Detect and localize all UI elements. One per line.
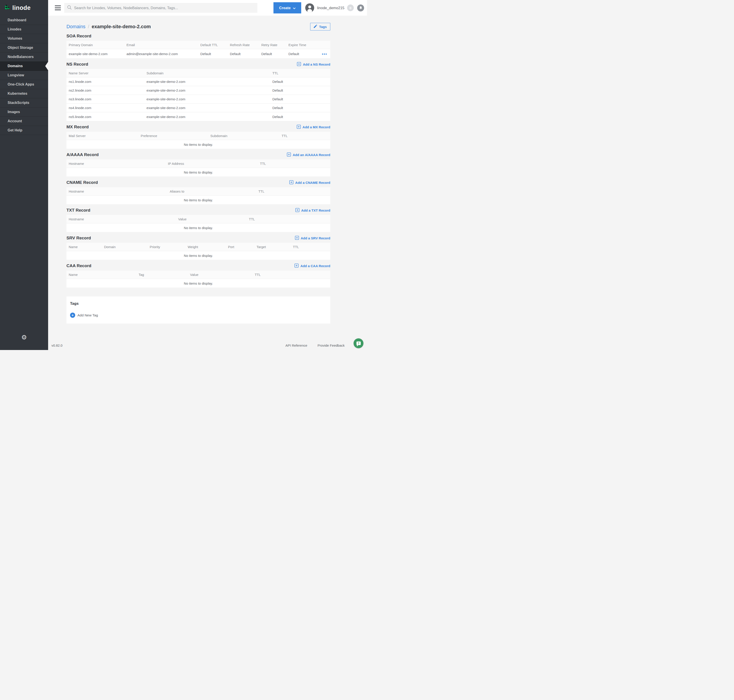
column-header: Port [226, 243, 254, 251]
add-ns-record-button[interactable]: Add a NS Record [297, 62, 330, 67]
column-header: TTL [252, 271, 330, 279]
a-record-section: A/AAAA Record Add an A/AAAA Record Hostn… [66, 152, 330, 176]
search-icon [67, 5, 72, 11]
actions-column-header [317, 41, 330, 49]
column-header: Subdomain [208, 132, 279, 140]
table-cell: Default [270, 95, 330, 103]
caa-record-section: CAA Record Add a CAA Record NameTagValue… [66, 263, 330, 288]
plus-box-icon [295, 263, 298, 268]
empty-state-text: No items to display. [66, 140, 330, 149]
notification-count-badge[interactable]: 0 [347, 4, 354, 11]
search-bar [64, 3, 257, 13]
sidebar-item-account[interactable]: Account [0, 117, 48, 126]
column-header: Mail Server [66, 132, 138, 140]
footer: v0.82.0 API Reference Provide Feedback [51, 344, 345, 347]
hamburger-menu-icon[interactable] [55, 5, 61, 10]
plus-circle-icon [70, 313, 75, 318]
add-txt-record-button[interactable]: Add a TXT Record [295, 208, 330, 213]
sidebar-item-stackscripts[interactable]: StackScripts [0, 98, 48, 107]
sidebar-item-images[interactable]: Images [0, 107, 48, 117]
column-header: Expire Time [286, 41, 317, 49]
column-header: Value [176, 215, 247, 223]
sidebar-item-kubernetes[interactable]: Kubernetes [0, 89, 48, 98]
add-caa-record-button[interactable]: Add a CAA Record [295, 263, 330, 268]
table-row: example-site-demo-2.comadmin@example-sit… [66, 49, 330, 58]
column-header: Weight [185, 243, 226, 251]
breadcrumb-domains-link[interactable]: Domains [66, 24, 85, 29]
sidebar-item-volumes[interactable]: Volumes [0, 34, 48, 43]
sidebar-item-dashboard[interactable]: Dashboard [0, 16, 48, 25]
api-reference-link[interactable]: API Reference [286, 344, 307, 347]
table-cell: Default [270, 86, 330, 95]
provide-feedback-link[interactable]: Provide Feedback [317, 344, 345, 347]
section-title: TXT Record [66, 208, 90, 213]
avatar[interactable] [305, 3, 314, 12]
table-cell: ns4.linode.com [66, 103, 144, 112]
table-row: ns4.linode.comexample-site-demo-2.comDef… [66, 103, 330, 112]
table-cell: ns5.linode.com [66, 112, 144, 121]
empty-state-text: No items to display. [66, 279, 330, 288]
column-header: TTL [258, 159, 330, 168]
column-header: TTL [256, 187, 330, 196]
column-header: TTL [291, 243, 330, 251]
table-cell: example-site-demo-2.com [144, 112, 270, 121]
column-header: Refresh Rate [228, 41, 259, 49]
table-row: ns3.linode.comexample-site-demo-2.comDef… [66, 95, 330, 103]
srv-record-section: SRV Record Add a SRV Record NameDomainPr… [66, 235, 330, 260]
mx-record-section: MX Record Add a MX Record Mail ServerPre… [66, 125, 330, 149]
edit-tags-button[interactable]: Tags [310, 23, 330, 31]
section-title: CNAME Record [66, 180, 98, 185]
table-cell: Default [198, 49, 228, 58]
linode-logo[interactable]: linode [0, 0, 48, 16]
add-cname-record-button[interactable]: Add a CNAME Record [289, 180, 330, 185]
table-cell: example-site-demo-2.com [144, 103, 270, 112]
column-header: Aliases to [167, 187, 256, 196]
page-content: Domains / example-site-demo-2.com Tags [66, 22, 330, 324]
record-table: Name ServerSubdomainTTL ns1.linode.comex… [66, 69, 330, 121]
add-srv-record-button[interactable]: Add a SRV Record [295, 236, 330, 241]
column-header: Name [66, 243, 102, 251]
sidebar-item-get-help[interactable]: Get Help [0, 126, 48, 135]
question-mark-icon: ? [357, 341, 361, 345]
create-button[interactable]: Create [273, 2, 301, 13]
notifications-bell-icon[interactable] [357, 4, 364, 12]
column-header: Hostname [66, 187, 167, 196]
record-table: HostnameIP AddressTTL No items to displa… [66, 159, 330, 176]
add-mx-record-button[interactable]: Add a MX Record [297, 125, 330, 129]
sidebar-item-object-storage[interactable]: Object Storage [0, 43, 48, 52]
tags-card: Tags Add New Tag [66, 297, 330, 324]
plus-box-icon [295, 236, 299, 241]
empty-state-text: No items to display. [66, 251, 330, 260]
add-new-tag-button[interactable]: Add New Tag [70, 313, 327, 318]
table-cell: example-site-demo-2.com [144, 86, 270, 95]
pencil-icon [314, 25, 317, 29]
sidebar-item-nodebalancers[interactable]: NodeBalancers [0, 52, 48, 62]
main-area: Create linode_demo215 0 [48, 0, 367, 350]
more-options-icon[interactable] [322, 53, 327, 54]
column-header: Name Server [66, 69, 144, 77]
column-header: Priority [147, 243, 185, 251]
table-cell: admin@example-site-demo-2.com [124, 49, 198, 58]
section-title: SRV Record [66, 235, 91, 241]
section-title: SOA Record [66, 34, 91, 38]
record-table: NameTagValueTTL No items to display. [66, 271, 330, 288]
column-header: Primary Domain [66, 41, 124, 49]
search-input[interactable] [74, 6, 255, 10]
column-header: TTL [270, 69, 330, 77]
add-a-record-button[interactable]: Add an A/AAAA Record [287, 153, 330, 157]
gear-icon[interactable] [0, 334, 48, 341]
column-header: Hostname [66, 159, 166, 168]
record-table: HostnameValueTTL No items to display. [66, 215, 330, 232]
section-title: A/AAAA Record [66, 152, 99, 157]
column-header: Name [66, 271, 136, 279]
table-row: ns2.linode.comexample-site-demo-2.comDef… [66, 86, 330, 95]
help-button[interactable]: ? [354, 338, 363, 348]
record-sections: SOA Record Primary DomainEmailDefault TT… [66, 34, 330, 288]
sidebar-item-longview[interactable]: Longview [0, 71, 48, 80]
sidebar-item-one-click-apps[interactable]: One-Click Apps [0, 80, 48, 89]
linode-cloud-manager: linode DashboardLinodesVolumesObject Sto… [0, 0, 367, 350]
sidebar-item-domains[interactable]: Domains [0, 62, 48, 71]
sidebar-item-linodes[interactable]: Linodes [0, 25, 48, 34]
username[interactable]: linode_demo215 [317, 6, 344, 10]
record-table: NameDomainPriorityWeightPortTargetTTL No… [66, 243, 330, 260]
